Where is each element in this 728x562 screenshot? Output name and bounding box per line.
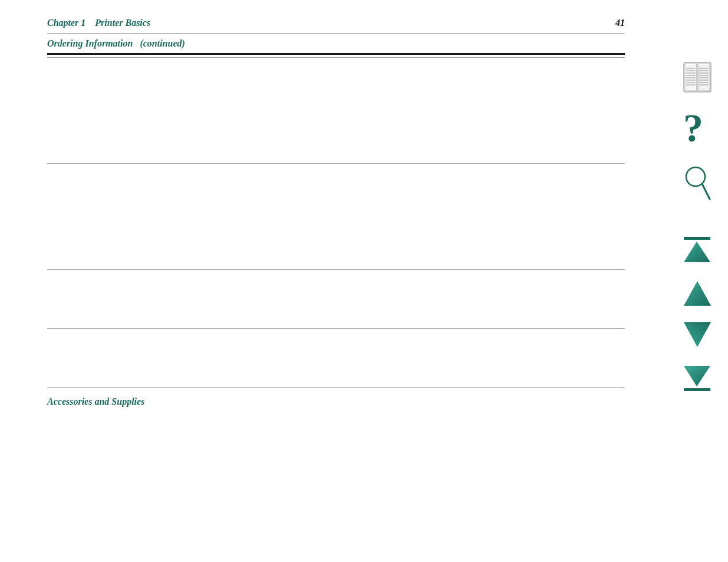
help-icon[interactable]: ?	[681, 108, 713, 148]
bottom-label-area: Accessories and Supplies	[47, 396, 625, 407]
svg-rect-3	[696, 64, 699, 91]
book-icon[interactable]	[679, 59, 716, 95]
last-page-icon[interactable]	[681, 362, 713, 394]
search-icon[interactable]	[683, 165, 712, 201]
section-continued: (continued)	[140, 38, 185, 48]
content-section-1	[47, 58, 625, 164]
section-title-text: Ordering Information	[47, 38, 133, 48]
svg-line-22	[702, 184, 710, 199]
page-container: Chapter 1 Printer Basics 41 Ordering Inf…	[0, 0, 728, 562]
svg-marker-24	[684, 242, 710, 262]
next-page-icon[interactable]	[683, 320, 712, 349]
prev-page-icon[interactable]	[683, 279, 712, 308]
svg-text:?: ?	[683, 108, 703, 148]
svg-marker-25	[684, 281, 711, 306]
header-row: Chapter 1 Printer Basics 41	[47, 18, 625, 34]
chapter-subtitle: Printer Basics	[95, 18, 150, 28]
svg-marker-26	[684, 322, 711, 347]
first-page-icon[interactable]	[681, 234, 713, 266]
nav-icons-area: ?	[672, 59, 722, 407]
svg-rect-23	[684, 237, 710, 240]
page-number: 41	[615, 18, 625, 28]
svg-rect-28	[684, 388, 710, 391]
chapter-title: Chapter 1 Printer Basics	[47, 18, 150, 28]
chapter-number: Chapter 1	[47, 18, 85, 28]
content-section-4	[47, 329, 625, 388]
content-section-2	[47, 164, 625, 270]
svg-rect-1	[685, 64, 697, 91]
content-area: Chapter 1 Printer Basics 41 Ordering Inf…	[47, 18, 625, 544]
section-title-area: Ordering Information (continued)	[47, 38, 625, 58]
thick-divider	[47, 53, 625, 55]
content-section-3	[47, 270, 625, 329]
section-title: Ordering Information (continued)	[47, 38, 625, 51]
svg-marker-27	[684, 366, 710, 386]
svg-rect-2	[698, 64, 710, 91]
accessories-label: Accessories and Supplies	[47, 396, 144, 406]
